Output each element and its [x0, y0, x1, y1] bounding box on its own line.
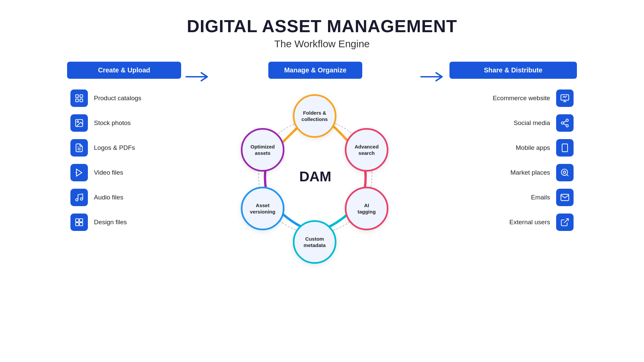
list-item: External users	[449, 214, 574, 231]
petal-versioning: Assetversioning	[241, 187, 284, 230]
svg-line-26	[564, 124, 566, 125]
right-section: Share & Distribute Ecommerce website Soc…	[449, 62, 577, 231]
arrow-2-icon	[419, 70, 446, 83]
create-upload-button[interactable]: Create & Upload	[67, 62, 181, 79]
list-item: Market places	[449, 164, 574, 181]
arrow-2-container	[416, 70, 449, 83]
pdf-icon-box	[70, 139, 88, 157]
svg-rect-0	[76, 95, 78, 98]
photo-icon-box	[70, 114, 88, 132]
dam-wheel: DAM Folders &collections Advancedsearch …	[231, 89, 399, 264]
main-layout: Create & Upload Product catalogs Stock p…	[0, 62, 644, 264]
svg-rect-13	[79, 219, 83, 222]
external-icon	[560, 218, 570, 227]
ecommerce-icon-box	[556, 89, 574, 107]
svg-rect-28	[562, 144, 568, 152]
page-header: DIGITAL ASSET MANAGEMENT The Workflow En…	[187, 16, 457, 50]
svg-point-30	[561, 169, 568, 176]
svg-rect-14	[76, 223, 79, 226]
svg-line-31	[567, 174, 568, 176]
main-title: DIGITAL ASSET MANAGEMENT	[187, 16, 457, 36]
mobile-icon	[560, 143, 570, 153]
petal-ai: AItagging	[345, 187, 388, 230]
dam-center-label: DAM	[299, 169, 331, 185]
video-label: Video files	[94, 169, 123, 176]
photos-label: Stock photos	[94, 119, 131, 127]
svg-rect-2	[76, 99, 78, 102]
list-item: Logos & PDFs	[70, 139, 181, 157]
svg-rect-1	[80, 95, 83, 98]
svg-line-33	[564, 219, 569, 223]
svg-point-24	[561, 122, 564, 124]
petal-search: Advancedsearch	[345, 128, 388, 172]
subtitle: The Workflow Engine	[187, 38, 457, 50]
design-label: Design files	[94, 219, 127, 226]
svg-line-27	[564, 121, 566, 123]
list-item: Product catalogs	[70, 89, 181, 107]
svg-point-25	[566, 125, 569, 127]
pdf-icon	[74, 143, 84, 153]
list-item: Social media	[449, 114, 574, 132]
mobile-icon-box	[556, 139, 574, 157]
ecommerce-icon	[560, 94, 570, 103]
catalog-icon-box	[70, 89, 88, 107]
list-item: Design files	[70, 214, 181, 231]
design-icon-box	[70, 214, 88, 231]
email-label: Emails	[531, 194, 550, 201]
share-distribute-button[interactable]: Share & Distribute	[449, 62, 577, 79]
petal-optimized: Optimizedassets	[241, 128, 284, 172]
svg-marker-8	[76, 169, 82, 176]
list-item: Mobile apps	[449, 139, 574, 157]
left-section: Create & Upload Product catalogs Stock p…	[67, 62, 181, 231]
svg-point-10	[76, 199, 78, 201]
arrow-1-icon	[184, 70, 211, 83]
market-icon-box	[556, 164, 574, 181]
svg-rect-3	[80, 99, 83, 102]
manage-organize-button[interactable]: Manage & Organize	[268, 62, 362, 79]
pdfs-label: Logos & PDFs	[94, 144, 135, 152]
social-icon	[560, 118, 570, 128]
audio-label: Audio files	[94, 194, 123, 201]
email-icon-box	[556, 189, 574, 206]
audio-icon-box	[70, 189, 88, 206]
photo-icon	[74, 118, 84, 128]
design-icon	[74, 218, 84, 227]
arrow-1-container	[181, 70, 215, 83]
svg-point-5	[77, 121, 79, 123]
video-icon	[74, 168, 84, 177]
mobile-label: Mobile apps	[516, 144, 550, 152]
list-item: Ecommerce website	[449, 89, 574, 107]
video-icon-box	[70, 164, 88, 181]
social-label: Social media	[514, 119, 550, 127]
upload-items-list: Product catalogs Stock photos Logos & PD…	[67, 89, 181, 231]
catalog-icon	[74, 94, 84, 103]
email-icon	[560, 193, 570, 202]
svg-point-32	[563, 171, 566, 173]
external-label: External users	[509, 219, 550, 226]
ecommerce-label: Ecommerce website	[493, 95, 550, 102]
petal-folders: Folders &collections	[293, 94, 336, 138]
market-icon	[560, 168, 570, 177]
svg-rect-12	[76, 219, 79, 222]
list-item: Audio files	[70, 189, 181, 206]
list-item: Emails	[449, 189, 574, 206]
svg-point-9	[76, 172, 77, 174]
list-item: Video files	[70, 164, 181, 181]
list-item: Stock photos	[70, 114, 181, 132]
audio-icon	[74, 193, 84, 202]
social-icon-box	[556, 114, 574, 132]
svg-rect-15	[79, 223, 83, 226]
external-icon-box	[556, 214, 574, 231]
svg-point-11	[80, 198, 83, 200]
svg-point-23	[566, 119, 569, 121]
catalog-label: Product catalogs	[94, 95, 142, 102]
petal-metadata: Custommetadata	[293, 220, 336, 264]
distribute-items-list: Ecommerce website Social media Mobile ap…	[449, 89, 577, 231]
market-label: Market places	[511, 169, 550, 176]
center-section: Manage & Organize DAM Folders &collectio…	[215, 62, 416, 264]
